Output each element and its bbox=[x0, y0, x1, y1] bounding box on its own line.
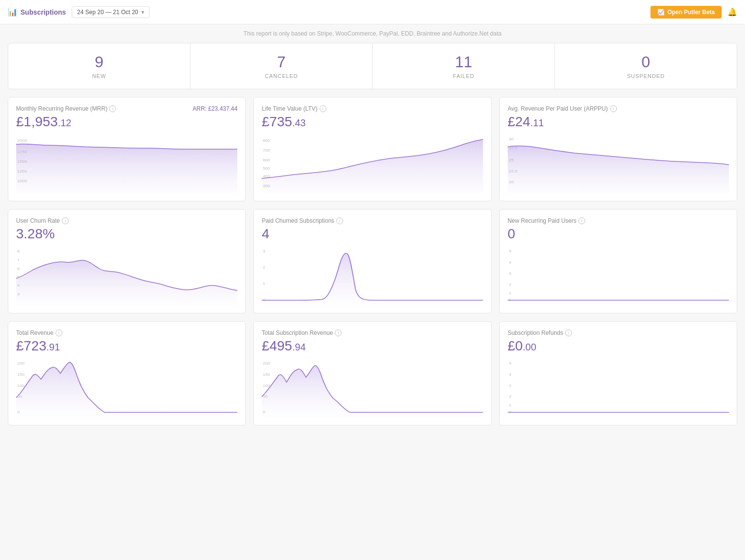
svg-text:0: 0 bbox=[509, 298, 511, 302]
total-revenue-chart: 200 150 100 50 0 bbox=[16, 359, 237, 417]
header-left: 📊 Subscriptions 24 Sep 20 — 21 Oct 20 ▾ bbox=[8, 6, 150, 18]
metric-new-recurring: New Recurring Paid Users i 0 5 4 3 2 1 0 bbox=[499, 209, 737, 313]
svg-text:1500: 1500 bbox=[17, 159, 27, 164]
svg-text:25: 25 bbox=[509, 158, 514, 162]
svg-text:0: 0 bbox=[509, 410, 511, 414]
svg-text:3: 3 bbox=[17, 292, 19, 296]
svg-text:50: 50 bbox=[263, 394, 268, 399]
summary-canceled-label: CANCELED bbox=[195, 73, 367, 79]
svg-text:1: 1 bbox=[509, 291, 511, 295]
header-right: 📈 Open Putler Beta 🔔 bbox=[650, 6, 737, 19]
svg-text:1000: 1000 bbox=[17, 179, 27, 183]
svg-text:4: 4 bbox=[509, 372, 511, 377]
metric-new-recurring-title-row: New Recurring Paid Users i bbox=[508, 217, 729, 224]
svg-text:100: 100 bbox=[17, 384, 24, 388]
metric-total-revenue-title-row: Total Revenue i bbox=[16, 329, 237, 336]
svg-text:4: 4 bbox=[509, 260, 511, 265]
svg-text:0: 0 bbox=[263, 410, 266, 414]
svg-text:400: 400 bbox=[263, 174, 270, 178]
summary-failed-number: 11 bbox=[378, 53, 550, 71]
date-range-text: 24 Sep 20 — 21 Oct 20 bbox=[77, 9, 138, 16]
svg-text:3: 3 bbox=[509, 271, 511, 276]
sub-revenue-chart: 200 150 100 50 0 bbox=[262, 359, 483, 417]
arppu-chart: 30 27.5 25 22.5 20 bbox=[508, 135, 729, 193]
open-putler-button[interactable]: 📈 Open Putler Beta bbox=[650, 6, 722, 19]
header: 📊 Subscriptions 24 Sep 20 — 21 Oct 20 ▾ … bbox=[0, 0, 745, 24]
metric-churned-subs: Paid Churned Subscriptions i 4 3 2 1 0 bbox=[253, 209, 491, 313]
total-revenue-value: £723.91 bbox=[16, 338, 237, 354]
refunds-chart: 5 4 3 2 1 0 bbox=[508, 359, 729, 417]
arppu-value: £24.11 bbox=[508, 114, 729, 130]
metric-refunds-title-row: Subscription Refunds i bbox=[508, 329, 729, 336]
svg-text:200: 200 bbox=[17, 361, 24, 366]
svg-text:1750: 1750 bbox=[17, 150, 27, 154]
summary-suspended-number: 0 bbox=[560, 53, 732, 71]
summary-canceled: 7 CANCELED bbox=[191, 43, 373, 89]
svg-text:1: 1 bbox=[263, 281, 266, 286]
summary-suspended: 0 SUSPENDED bbox=[555, 43, 737, 89]
svg-text:7: 7 bbox=[17, 258, 19, 262]
summary-new-label: NEW bbox=[13, 73, 185, 79]
svg-text:200: 200 bbox=[263, 361, 270, 366]
info-bar: This report is only based on Stripe, Woo… bbox=[0, 24, 745, 43]
svg-text:6: 6 bbox=[17, 267, 19, 271]
svg-text:700: 700 bbox=[263, 148, 270, 153]
mrr-arr-value: ARR: £23,437.44 bbox=[192, 105, 237, 112]
metric-churned-title-row: Paid Churned Subscriptions i bbox=[262, 217, 483, 224]
svg-text:1: 1 bbox=[509, 403, 511, 407]
churn-info-icon[interactable]: i bbox=[62, 217, 69, 224]
svg-text:500: 500 bbox=[263, 166, 270, 171]
summary-suspended-label: SUSPENDED bbox=[560, 73, 732, 79]
churn-chart: 8 7 6 5 4 3 bbox=[16, 247, 237, 305]
summary-failed-label: FAILED bbox=[378, 73, 550, 79]
metric-churn-label: User Churn Rate bbox=[16, 217, 60, 224]
svg-text:8: 8 bbox=[17, 249, 19, 253]
sub-revenue-info-icon[interactable]: i bbox=[335, 329, 342, 336]
metric-refunds-label: Subscription Refunds bbox=[508, 329, 563, 336]
metric-arppu-title-row: Avg. Revenue Per Paid User (ARPPU) i bbox=[508, 105, 729, 112]
date-range-picker[interactable]: 24 Sep 20 — 21 Oct 20 ▾ bbox=[72, 6, 149, 18]
svg-text:2: 2 bbox=[509, 282, 511, 287]
notification-bell-icon[interactable]: 🔔 bbox=[727, 7, 737, 17]
metric-ltv: Life Time Value (LTV) i £735.43 800 700 … bbox=[253, 97, 491, 201]
summary-canceled-number: 7 bbox=[195, 53, 367, 71]
summary-new: 9 NEW bbox=[8, 43, 191, 89]
ltv-info-icon[interactable]: i bbox=[320, 105, 326, 112]
refunds-info-icon[interactable]: i bbox=[565, 329, 572, 336]
metric-churn-title-row: User Churn Rate i bbox=[16, 217, 237, 224]
svg-text:600: 600 bbox=[263, 158, 270, 162]
total-revenue-info-icon[interactable]: i bbox=[56, 329, 62, 336]
chevron-down-icon: ▾ bbox=[141, 9, 144, 16]
svg-text:30: 30 bbox=[509, 137, 514, 141]
ltv-value: £735.43 bbox=[262, 114, 483, 130]
svg-text:20: 20 bbox=[509, 180, 514, 184]
svg-text:3: 3 bbox=[263, 249, 266, 253]
metric-ltv-label: Life Time Value (LTV) bbox=[262, 105, 317, 112]
metrics-grid: Monthly Recurring Revenue (MRR) i ARR: £… bbox=[8, 97, 737, 425]
open-putler-icon: 📈 bbox=[657, 9, 665, 16]
app-title: Subscriptions bbox=[20, 8, 66, 16]
svg-text:100: 100 bbox=[263, 384, 270, 388]
mrr-info-icon[interactable]: i bbox=[109, 105, 116, 112]
metric-new-recurring-label: New Recurring Paid Users bbox=[508, 217, 576, 224]
svg-text:2: 2 bbox=[263, 265, 266, 270]
churned-info-icon[interactable]: i bbox=[336, 217, 343, 224]
svg-text:2000: 2000 bbox=[17, 138, 27, 143]
metric-churned-label: Paid Churned Subscriptions bbox=[262, 217, 334, 224]
summary-new-number: 9 bbox=[13, 53, 185, 71]
metric-arppu: Avg. Revenue Per Paid User (ARPPU) i £24… bbox=[499, 97, 737, 201]
open-putler-label: Open Putler Beta bbox=[668, 9, 715, 16]
metric-sub-revenue-label: Total Subscription Revenue bbox=[262, 329, 333, 336]
mrr-value: £1,953.12 bbox=[16, 114, 237, 130]
svg-text:27.5: 27.5 bbox=[509, 146, 517, 150]
metric-mrr-title-row: Monthly Recurring Revenue (MRR) i ARR: £… bbox=[16, 105, 237, 112]
arppu-info-icon[interactable]: i bbox=[610, 105, 617, 112]
metric-mrr-label: Monthly Recurring Revenue (MRR) bbox=[16, 105, 107, 112]
logo-icon: 📊 bbox=[8, 7, 18, 17]
new-recurring-info-icon[interactable]: i bbox=[578, 217, 585, 224]
churned-value: 4 bbox=[262, 226, 483, 242]
metric-ltv-title-row: Life Time Value (LTV) i bbox=[262, 105, 483, 112]
svg-text:5: 5 bbox=[509, 249, 511, 253]
svg-text:4: 4 bbox=[17, 283, 19, 288]
sub-revenue-value: £495.94 bbox=[262, 338, 483, 354]
